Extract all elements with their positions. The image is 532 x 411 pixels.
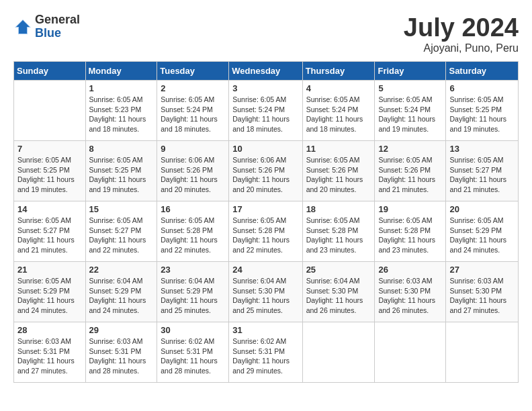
day-info: Sunrise: 6:05 AMSunset: 5:28 PMDaylight:… (161, 216, 225, 255)
calendar-cell: 3Sunrise: 6:05 AMSunset: 5:24 PMDaylight… (229, 81, 302, 141)
day-info: Sunrise: 6:05 AMSunset: 5:27 PMDaylight:… (449, 155, 515, 195)
day-number: 5 (378, 83, 442, 93)
day-number: 3 (232, 83, 298, 93)
day-info: Sunrise: 6:06 AMSunset: 5:26 PMDaylight:… (161, 155, 225, 195)
day-number: 19 (378, 204, 442, 214)
day-info: Sunrise: 6:06 AMSunset: 5:26 PMDaylight:… (232, 155, 298, 195)
day-number: 2 (161, 83, 225, 93)
day-info: Sunrise: 6:03 AMSunset: 5:31 PMDaylight:… (17, 336, 82, 376)
calendar-cell: 12Sunrise: 6:05 AMSunset: 5:26 PMDayligh… (375, 141, 446, 201)
day-info: Sunrise: 6:05 AMSunset: 5:24 PMDaylight:… (306, 95, 371, 134)
day-info: Sunrise: 6:05 AMSunset: 5:28 PMDaylight:… (232, 216, 298, 255)
week-row-5: 28Sunrise: 6:03 AMSunset: 5:31 PMDayligh… (14, 322, 519, 383)
day-info: Sunrise: 6:05 AMSunset: 5:25 PMDaylight:… (17, 155, 82, 195)
day-number: 16 (161, 204, 225, 214)
weekday-header-wednesday: Wednesday (229, 62, 302, 81)
weekday-header-monday: Monday (85, 62, 157, 81)
day-info: Sunrise: 6:05 AMSunset: 5:25 PMDaylight:… (89, 155, 154, 195)
day-number: 30 (161, 325, 225, 335)
day-number: 1 (89, 83, 154, 93)
calendar-cell: 14Sunrise: 6:05 AMSunset: 5:27 PMDayligh… (14, 201, 86, 262)
calendar-cell: 31Sunrise: 6:02 AMSunset: 5:31 PMDayligh… (229, 322, 302, 383)
day-info: Sunrise: 6:04 AMSunset: 5:30 PMDaylight:… (232, 276, 298, 316)
weekday-header-saturday: Saturday (446, 62, 519, 81)
day-number: 9 (161, 144, 225, 154)
weekday-header-friday: Friday (375, 62, 446, 81)
calendar-cell: 1Sunrise: 6:05 AMSunset: 5:23 PMDaylight… (85, 81, 157, 141)
calendar-cell: 16Sunrise: 6:05 AMSunset: 5:28 PMDayligh… (157, 201, 229, 262)
weekday-header-tuesday: Tuesday (157, 62, 229, 81)
day-info: Sunrise: 6:05 AMSunset: 5:24 PMDaylight:… (161, 95, 225, 134)
calendar-cell: 10Sunrise: 6:06 AMSunset: 5:26 PMDayligh… (229, 141, 302, 201)
calendar-cell: 22Sunrise: 6:04 AMSunset: 5:29 PMDayligh… (85, 262, 157, 322)
location: Ajoyani, Puno, Peru (404, 42, 519, 54)
day-info: Sunrise: 6:02 AMSunset: 5:31 PMDaylight:… (161, 336, 225, 376)
calendar-cell: 2Sunrise: 6:05 AMSunset: 5:24 PMDaylight… (157, 81, 229, 141)
calendar-cell: 30Sunrise: 6:02 AMSunset: 5:31 PMDayligh… (157, 322, 229, 383)
day-number: 4 (306, 83, 371, 93)
calendar-cell: 25Sunrise: 6:04 AMSunset: 5:30 PMDayligh… (302, 262, 375, 322)
day-number: 25 (306, 265, 371, 275)
calendar-cell: 15Sunrise: 6:05 AMSunset: 5:27 PMDayligh… (85, 201, 157, 262)
day-number: 20 (449, 204, 515, 214)
calendar-cell: 27Sunrise: 6:03 AMSunset: 5:30 PMDayligh… (446, 262, 519, 322)
calendar-cell: 7Sunrise: 6:05 AMSunset: 5:25 PMDaylight… (14, 141, 86, 201)
day-number: 12 (378, 144, 442, 154)
day-info: Sunrise: 6:03 AMSunset: 5:31 PMDaylight:… (89, 336, 154, 376)
calendar-cell: 4Sunrise: 6:05 AMSunset: 5:24 PMDaylight… (302, 81, 375, 141)
day-number: 23 (161, 265, 225, 275)
calendar-cell: 18Sunrise: 6:05 AMSunset: 5:28 PMDayligh… (302, 201, 375, 262)
calendar-cell (302, 322, 375, 383)
day-info: Sunrise: 6:04 AMSunset: 5:29 PMDaylight:… (89, 276, 154, 316)
day-info: Sunrise: 6:05 AMSunset: 5:29 PMDaylight:… (449, 216, 515, 255)
calendar-cell: 20Sunrise: 6:05 AMSunset: 5:29 PMDayligh… (446, 201, 519, 262)
day-number: 10 (232, 144, 298, 154)
day-number: 14 (17, 204, 82, 214)
title-block: July 2024 Ajoyani, Puno, Peru (404, 13, 519, 54)
day-info: Sunrise: 6:05 AMSunset: 5:24 PMDaylight:… (232, 95, 298, 134)
calendar-cell (375, 322, 446, 383)
day-info: Sunrise: 6:03 AMSunset: 5:30 PMDaylight:… (378, 276, 442, 316)
month-title: July 2024 (404, 13, 519, 42)
logo-general: General (35, 13, 80, 27)
day-info: Sunrise: 6:05 AMSunset: 5:28 PMDaylight:… (378, 216, 442, 255)
day-number: 8 (89, 144, 154, 154)
logo-text: General Blue (35, 13, 80, 40)
day-number: 13 (449, 144, 515, 154)
calendar-cell (446, 322, 519, 383)
logo-blue: Blue (35, 27, 80, 40)
day-info: Sunrise: 6:05 AMSunset: 5:25 PMDaylight:… (449, 95, 515, 134)
calendar-cell: 17Sunrise: 6:05 AMSunset: 5:28 PMDayligh… (229, 201, 302, 262)
day-number: 26 (378, 265, 442, 275)
calendar-cell: 29Sunrise: 6:03 AMSunset: 5:31 PMDayligh… (85, 322, 157, 383)
calendar-cell: 21Sunrise: 6:05 AMSunset: 5:29 PMDayligh… (14, 262, 86, 322)
day-info: Sunrise: 6:05 AMSunset: 5:24 PMDaylight:… (378, 95, 442, 134)
calendar-cell: 23Sunrise: 6:04 AMSunset: 5:29 PMDayligh… (157, 262, 229, 322)
day-number: 6 (449, 83, 515, 93)
calendar-cell: 8Sunrise: 6:05 AMSunset: 5:25 PMDaylight… (85, 141, 157, 201)
calendar-cell: 24Sunrise: 6:04 AMSunset: 5:30 PMDayligh… (229, 262, 302, 322)
day-number: 7 (17, 144, 82, 154)
day-number: 31 (232, 325, 298, 335)
day-info: Sunrise: 6:05 AMSunset: 5:28 PMDaylight:… (306, 216, 371, 255)
calendar-cell: 5Sunrise: 6:05 AMSunset: 5:24 PMDaylight… (375, 81, 446, 141)
day-number: 28 (17, 325, 82, 335)
week-row-2: 7Sunrise: 6:05 AMSunset: 5:25 PMDaylight… (14, 141, 519, 201)
day-info: Sunrise: 6:05 AMSunset: 5:26 PMDaylight:… (306, 155, 371, 195)
calendar-cell: 11Sunrise: 6:05 AMSunset: 5:26 PMDayligh… (302, 141, 375, 201)
logo-icon (13, 17, 32, 36)
day-info: Sunrise: 6:05 AMSunset: 5:27 PMDaylight:… (17, 216, 82, 255)
calendar-cell: 26Sunrise: 6:03 AMSunset: 5:30 PMDayligh… (375, 262, 446, 322)
day-info: Sunrise: 6:02 AMSunset: 5:31 PMDaylight:… (232, 336, 298, 376)
day-number: 22 (89, 265, 154, 275)
day-info: Sunrise: 6:05 AMSunset: 5:26 PMDaylight:… (378, 155, 442, 195)
calendar-cell: 13Sunrise: 6:05 AMSunset: 5:27 PMDayligh… (446, 141, 519, 201)
calendar-cell: 9Sunrise: 6:06 AMSunset: 5:26 PMDaylight… (157, 141, 229, 201)
day-number: 27 (449, 265, 515, 275)
day-number: 24 (232, 265, 298, 275)
day-number: 21 (17, 265, 82, 275)
page-header: General Blue July 2024 Ajoyani, Puno, Pe… (13, 13, 519, 54)
day-number: 18 (306, 204, 371, 214)
calendar-cell: 28Sunrise: 6:03 AMSunset: 5:31 PMDayligh… (14, 322, 86, 383)
calendar-cell (14, 81, 86, 141)
